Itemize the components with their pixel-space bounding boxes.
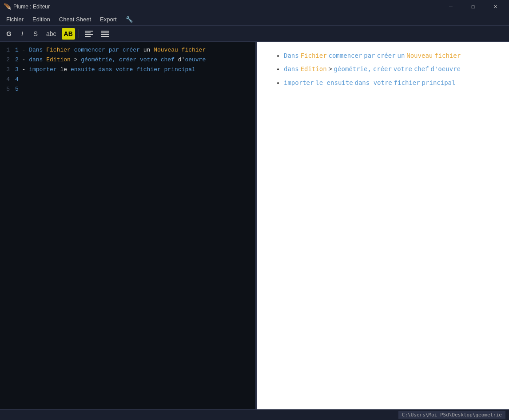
preview-item-1: Dans Fichier commencer par créer un Nouv… xyxy=(284,51,491,60)
status-path: C:\Users\Moi PSd\Desktop\geometrie xyxy=(398,411,505,419)
plain-button[interactable]: abc xyxy=(44,28,59,40)
maximize-button[interactable]: □ xyxy=(463,0,483,13)
italic-button[interactable]: I xyxy=(17,28,28,40)
svg-rect-4 xyxy=(101,31,109,32)
line-num-5: 5 xyxy=(0,84,10,94)
menu-edition[interactable]: Edition xyxy=(28,14,55,25)
menu-tools[interactable]: 🔧 xyxy=(121,14,137,25)
editor-content[interactable]: 1 - Dans Fichier commencer par créer un … xyxy=(13,42,255,409)
line-num-1: 1 xyxy=(0,45,10,55)
editor-line-2: 2 - dans Edition > géométrie, créer votr… xyxy=(15,55,252,65)
line-num-3: 3 xyxy=(0,65,10,75)
editor-line-1: 1 - Dans Fichier commencer par créer un … xyxy=(15,45,252,55)
svg-rect-0 xyxy=(85,31,93,32)
highlight-button[interactable]: AB xyxy=(62,28,75,40)
menubar: Fichier Edition Cheat Sheet Export 🔧 xyxy=(0,13,509,26)
window-controls: ─ □ ✕ xyxy=(441,0,505,13)
line-num-2: 2 xyxy=(0,55,10,65)
editor-pane[interactable]: 1 2 3 4 5 1 - Dans Fichier commencer par… xyxy=(0,42,255,409)
svg-rect-2 xyxy=(85,34,93,35)
preview-item-3: importer le ensuite dans votre fichier p… xyxy=(284,78,491,88)
minimize-button[interactable]: ─ xyxy=(441,0,461,13)
svg-rect-1 xyxy=(85,32,91,33)
statusbar: C:\Users\Moi PSd\Desktop\geometrie xyxy=(0,409,509,420)
menu-cheatsheet[interactable]: Cheat Sheet xyxy=(55,14,95,25)
titlebar-title: Plume : Editeur xyxy=(13,4,50,10)
bold-button[interactable]: G xyxy=(4,28,14,40)
preview-item-2: dans Edition > géométrie, créer votre ch… xyxy=(284,64,491,74)
svg-rect-6 xyxy=(101,34,109,35)
svg-rect-7 xyxy=(101,36,109,37)
align-justify-button[interactable] xyxy=(99,28,112,40)
line-num-4: 4 xyxy=(0,75,10,84)
close-button[interactable]: ✕ xyxy=(485,0,505,13)
strikethrough-button[interactable]: S xyxy=(30,28,41,40)
toolbar-separator-1 xyxy=(79,29,79,38)
preview-pane: Dans Fichier commencer par créer un Nouv… xyxy=(257,42,509,409)
titlebar-left: 🪶 Plume : Editeur xyxy=(4,3,50,10)
toolbar: G I S abc AB xyxy=(0,26,509,42)
menu-export[interactable]: Export xyxy=(95,14,121,25)
app-icon: 🪶 xyxy=(4,3,11,10)
align-left-button[interactable] xyxy=(83,28,96,40)
svg-rect-5 xyxy=(101,32,109,33)
editor-line-4: 4 xyxy=(15,75,252,84)
editor-line-5: 5 xyxy=(15,84,252,94)
line-numbers: 1 2 3 4 5 xyxy=(0,42,13,409)
menu-fichier[interactable]: Fichier xyxy=(2,14,28,25)
titlebar: 🪶 Plume : Editeur ─ □ ✕ xyxy=(0,0,509,13)
preview-list: Dans Fichier commencer par créer un Nouv… xyxy=(275,51,491,88)
main-area: 1 2 3 4 5 1 - Dans Fichier commencer par… xyxy=(0,42,509,409)
editor-line-3: 3 - importer le ensuite dans votre fichi… xyxy=(15,65,252,75)
svg-rect-3 xyxy=(85,36,91,37)
